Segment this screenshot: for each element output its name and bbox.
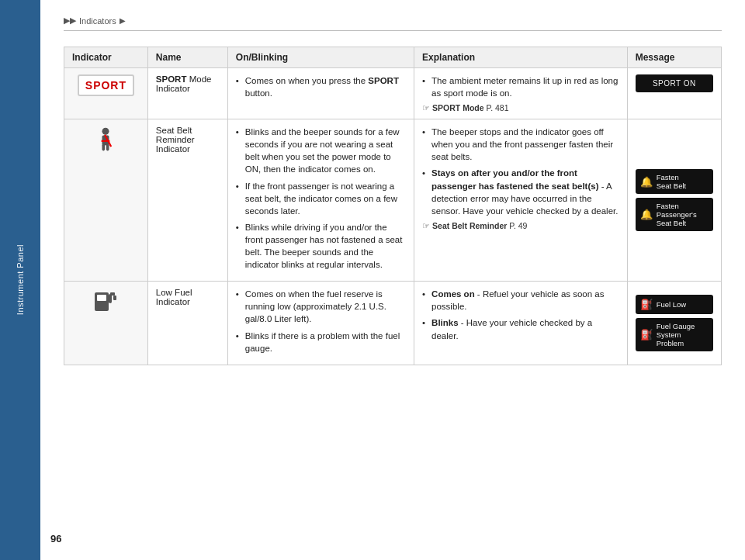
seatbelt-ob-item2: If the front passenger is not wearing a … (236, 180, 406, 217)
seatbelt-on-blinking-cell: Blinks and the beeper sounds for a few s… (227, 119, 414, 282)
seatbelt-ref: ☞ Seat Belt Reminder P. 49 (422, 221, 619, 230)
seatbelt-msg1-text: FastenSeat Belt (657, 173, 687, 190)
seatbelt-name-cell: Seat Belt Reminder Indicator (147, 119, 227, 282)
col-header-name: Name (147, 47, 227, 68)
table-header-row: Indicator Name On/Blinking Explanation M… (64, 47, 722, 68)
sport-on-blinking-list: Comes on when you press the SPORT button… (236, 74, 406, 99)
sport-on-blinking-cell: Comes on when you press the SPORT button… (227, 68, 414, 119)
fuel-name-cell: Low Fuel Indicator (147, 282, 227, 365)
seatbelt-ref-icon: ☞ (422, 221, 430, 230)
fuel-ob-item2: Blinks if there is a problem with the fu… (236, 330, 406, 354)
breadcrumb-section: Indicators (79, 16, 116, 26)
seatbelt-icon-cell (64, 119, 148, 282)
seatbelt-msg2: 🔔 FastenPassenger'sSeat Belt (636, 198, 713, 231)
seatbelt-svg (92, 126, 120, 154)
fuel-msg1-text: Fuel Low (657, 300, 687, 309)
svg-rect-9 (110, 292, 115, 296)
svg-rect-3 (106, 144, 109, 151)
sport-message-cell: SPORT ON (627, 68, 721, 119)
sidebar: Instrument Panel (0, 0, 40, 560)
seatbelt-msg1-icon: 🔔 (640, 176, 653, 188)
fuel-exp-item2: Blinks - Have your vehicle checked by a … (422, 316, 619, 341)
svg-point-0 (102, 128, 109, 135)
seatbelt-explanation-list: The beeper stops and the indicator goes … (422, 126, 619, 217)
fuel-on-blinking-list: Comes on when the fuel reserve is runnin… (236, 288, 406, 354)
sport-explanation-cell: The ambient meter remains lit up in red … (414, 68, 628, 119)
sport-name-cell: SPORT Mode Indicator (147, 68, 227, 119)
sidebar-label: Instrument Panel (16, 244, 25, 315)
sport-badge: SPORT (78, 74, 134, 96)
sport-ref-icon: ☞ (422, 103, 430, 112)
fuel-svg (92, 288, 120, 316)
page-number: 96 (50, 533, 61, 544)
main-content: ▶▶ Indicators ▶ Indicator Name On/Blinki… (40, 0, 745, 389)
col-header-message: Message (627, 47, 721, 68)
seatbelt-ref-text: Seat Belt Reminder P. 49 (432, 221, 527, 230)
seatbelt-exp-item2: Stays on after you and/or the front pass… (422, 167, 619, 216)
fuel-msg2-icon: ⛽ (640, 329, 653, 340)
seatbelt-ob-item3: Blinks while driving if you and/or the f… (236, 221, 406, 271)
seatbelt-exp-item1: The beeper stops and the indicator goes … (422, 126, 619, 163)
sport-ref: ☞ SPORT Mode P. 481 (422, 103, 619, 112)
table-row-sport: SPORT SPORT Mode Indicator Comes on when… (64, 68, 722, 119)
fuel-explanation-list: Comes on - Refuel your vehicle as soon a… (422, 288, 619, 341)
fuel-msg2: ⛽ Fuel GaugeSystemProblem (636, 318, 713, 351)
sport-name-bold: SPORT (156, 74, 187, 84)
sport-msg-box: SPORT ON (636, 74, 713, 92)
seatbelt-message-cell: 🔔 FastenSeat Belt 🔔 FastenPassenger'sSea… (627, 119, 721, 282)
fuel-on-blinking-cell: Comes on when the fuel reserve is runnin… (227, 282, 414, 365)
fuel-name: Low Fuel Indicator (156, 288, 192, 306)
seatbelt-on-blinking-list: Blinks and the beeper sounds for a few s… (236, 126, 406, 271)
breadcrumb-arrows: ▶▶ (64, 16, 76, 26)
table-row-seatbelt: Seat Belt Reminder Indicator Blinks and … (64, 119, 722, 282)
fuel-exp-item1: Comes on - Refuel your vehicle as soon a… (422, 288, 619, 313)
svg-rect-2 (102, 144, 106, 151)
sport-ref-text: SPORT Mode P. 481 (432, 103, 508, 112)
fuel-message-cell: ⛽ Fuel Low ⛽ Fuel GaugeSystemProblem (627, 282, 721, 365)
fuel-msg1: ⛽ Fuel Low (636, 295, 713, 314)
indicator-table: Indicator Name On/Blinking Explanation M… (64, 47, 722, 365)
sport-ob-item1: Comes on when you press the SPORT button… (236, 74, 406, 99)
sport-explanation-list: The ambient meter remains lit up in red … (422, 74, 619, 99)
seatbelt-msg2-text: FastenPassenger'sSeat Belt (657, 202, 697, 227)
fuel-ob-item1: Comes on when the fuel reserve is runnin… (236, 288, 406, 325)
col-header-explanation: Explanation (414, 47, 628, 68)
svg-rect-10 (113, 296, 116, 300)
breadcrumb-arrow2: ▶ (120, 16, 126, 25)
sport-icon-cell: SPORT (64, 68, 148, 119)
fuel-msg1-icon: ⛽ (640, 299, 653, 310)
table-row-lowfuel: Low Fuel Indicator Comes on when the fue… (64, 282, 722, 365)
seatbelt-name: Seat Belt Reminder Indicator (156, 126, 195, 154)
sport-exp-item1: The ambient meter remains lit up in red … (422, 74, 619, 99)
seatbelt-msg1: 🔔 FastenSeat Belt (636, 169, 713, 194)
fuel-msg2-text: Fuel GaugeSystemProblem (657, 322, 695, 347)
col-header-on-blinking: On/Blinking (227, 47, 414, 68)
seatbelt-msg2-icon: 🔔 (640, 209, 653, 220)
svg-rect-7 (97, 295, 106, 301)
fuel-explanation-cell: Comes on - Refuel your vehicle as soon a… (414, 282, 628, 365)
col-header-indicator: Indicator (64, 47, 148, 68)
seatbelt-ob-item1: Blinks and the beeper sounds for a few s… (236, 126, 406, 175)
seatbelt-explanation-cell: The beeper stops and the indicator goes … (414, 119, 628, 282)
breadcrumb: ▶▶ Indicators ▶ (64, 16, 722, 31)
fuel-icon-cell (64, 282, 148, 365)
